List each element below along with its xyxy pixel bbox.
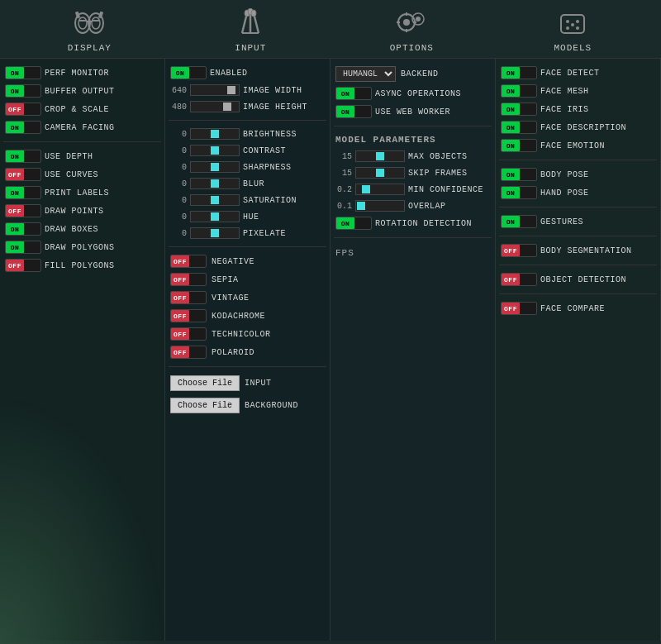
filter-technicolor[interactable]: OFF TECHNICOLOR	[169, 325, 326, 343]
toggle-face-detect[interactable]: ON FACE DETECT	[499, 64, 657, 82]
toggle-use-depth[interactable]: ON USE DEPTH	[3, 147, 161, 165]
toggle-camera-facing[interactable]: ON CAMERA FACING	[3, 118, 161, 136]
svg-point-23	[416, 17, 421, 21]
svg-point-29	[571, 23, 574, 26]
options-label: OPTIONS	[390, 43, 434, 53]
display-group-2: ON USE DEPTH OFF USE CURVES ON PRINT LAB…	[3, 147, 161, 274]
main-columns: ON PERF MONITOR ON BUFFER OUTPUT OFF CRO…	[0, 59, 661, 641]
toggle-perf-monitor[interactable]: ON PERF MONITOR	[3, 64, 161, 82]
models-divider4	[499, 265, 657, 265]
file-background-row[interactable]: Choose File BACKGROUND	[169, 394, 326, 417]
toggle-body-segmentation[interactable]: OFF BODY SEGMENTATION	[499, 241, 657, 260]
toggle-face-emotion[interactable]: ON FACE EMOTION	[499, 136, 657, 155]
toggle-draw-polygons[interactable]: ON DRAW POLYGONS	[3, 238, 161, 256]
options-divider1	[334, 126, 492, 126]
display-divider	[3, 141, 161, 142]
param-skip-frames[interactable]: 15 SKIP FRAMES	[334, 165, 492, 181]
param-overlap[interactable]: 0.1 OVERLAP	[334, 198, 492, 214]
backend-row[interactable]: HUMANGL WASM WEBGL BACKEND	[334, 64, 492, 84]
svg-point-25	[566, 20, 569, 23]
filter-vintage[interactable]: OFF VINTAGE	[169, 289, 326, 307]
svg-rect-4	[79, 20, 86, 21]
slider-brightness[interactable]: 0 BRIGHTNESS	[169, 126, 326, 142]
header-options: OPTIONS	[390, 7, 434, 53]
header-input: INPUT	[230, 7, 271, 53]
display-label: DISPLAY	[68, 43, 112, 53]
toggle-fill-polygons[interactable]: OFF FILL POLYGONS	[3, 256, 161, 274]
slider-hue[interactable]: 0 HUE	[169, 208, 326, 225]
slider-image-width[interactable]: 640 IMAGE WIDTH	[169, 82, 326, 98]
toggle-face-compare[interactable]: OFF FACE COMPARE	[499, 299, 657, 317]
input-column: ON ENABLED 640 IMAGE WIDTH 480 IMAGE HEI…	[165, 59, 330, 641]
input-divider3	[169, 366, 326, 367]
param-min-confidence[interactable]: 0.2 MIN CONFIDENCE	[334, 181, 492, 198]
svg-point-28	[576, 26, 579, 30]
toggle-web-worker[interactable]: ON USE WEB WORKER	[334, 103, 492, 121]
models-icon	[552, 7, 593, 40]
choose-file-input-button[interactable]: Choose File	[170, 375, 240, 391]
toggle-draw-boxes[interactable]: ON DRAW BOXES	[3, 220, 161, 238]
models-label: MODELS	[554, 43, 592, 53]
options-icon	[391, 7, 432, 40]
fps-label: FPS	[335, 248, 354, 258]
input-divider1	[169, 120, 326, 121]
fps-section: FPS	[334, 243, 492, 263]
input-label: INPUT	[235, 43, 266, 53]
toggle-use-curves[interactable]: OFF USE CURVES	[3, 165, 161, 184]
toggle-print-labels[interactable]: ON PRINT LABELS	[3, 184, 161, 202]
toggle-crop-scale[interactable]: OFF CROP & SCALE	[3, 100, 161, 118]
filter-polaroid[interactable]: OFF POLAROID	[169, 343, 326, 361]
models-divider3	[499, 236, 657, 236]
input-icon	[230, 7, 271, 40]
toggle-buffer-output[interactable]: ON BUFFER OUTPUT	[3, 82, 161, 100]
slider-image-height[interactable]: 480 IMAGE HEIGHT	[169, 98, 326, 115]
choose-file-background-button[interactable]: Choose File	[170, 398, 240, 413]
options-divider2	[334, 237, 492, 238]
toggle-face-description[interactable]: ON FACE DESCRIPTION	[499, 118, 657, 136]
slider-sharpness[interactable]: 0 SHARPNESS	[169, 159, 326, 175]
models-divider1	[499, 160, 657, 160]
models-divider2	[499, 207, 657, 208]
header: DISPLAY INPUT	[0, 0, 661, 59]
slider-blur[interactable]: 0 BLUR	[169, 175, 326, 192]
file-input-row[interactable]: Choose File INPUT	[169, 372, 326, 394]
toggle-enabled[interactable]: ON ENABLED	[169, 64, 326, 82]
toggle-face-iris[interactable]: ON FACE IRIS	[499, 100, 657, 118]
filter-kodachrome[interactable]: OFF KODACHROME	[169, 307, 326, 325]
slider-contrast[interactable]: 0 CONTRAST	[169, 142, 326, 159]
display-group-1: ON PERF MONITOR ON BUFFER OUTPUT OFF CRO…	[3, 64, 161, 136]
backend-dropdown[interactable]: HUMANGL WASM WEBGL	[335, 66, 396, 82]
svg-point-3	[92, 17, 100, 29]
model-params-title: MODEL PARAMETERS	[334, 131, 492, 148]
svg-point-15	[251, 10, 256, 17]
display-column: ON PERF MONITOR ON BUFFER OUTPUT OFF CRO…	[0, 59, 165, 641]
svg-point-26	[576, 20, 579, 23]
header-models: MODELS	[552, 7, 593, 53]
input-divider2	[169, 246, 326, 247]
param-max-objects[interactable]: 15 MAX OBJECTS	[334, 148, 492, 165]
toggle-body-pose[interactable]: ON BODY POSE	[499, 165, 657, 184]
toggle-rotation-detection[interactable]: ON ROTATION DETECTION	[334, 214, 492, 232]
header-display: DISPLAY	[68, 7, 112, 53]
display-icon	[69, 7, 110, 40]
toggle-gestures[interactable]: ON GESTURES	[499, 212, 657, 231]
slider-pixelate[interactable]: 0 PIXELATE	[169, 225, 326, 241]
slider-saturation[interactable]: 0 SATURATION	[169, 192, 326, 208]
svg-point-1	[78, 17, 87, 29]
toggle-async-ops[interactable]: ON ASYNC OPERATIONS	[334, 84, 492, 103]
filter-sepia[interactable]: OFF SEPIA	[169, 270, 326, 289]
svg-rect-5	[93, 20, 99, 21]
toggle-draw-points[interactable]: OFF DRAW POINTS	[3, 202, 161, 220]
toggle-object-detection[interactable]: OFF OBJECT DETECTION	[499, 270, 657, 289]
toggle-hand-pose[interactable]: ON HAND POSE	[499, 184, 657, 202]
models-divider5	[499, 293, 657, 294]
svg-point-17	[403, 19, 410, 26]
toggle-face-mesh[interactable]: ON FACE MESH	[499, 82, 657, 100]
filter-negative[interactable]: OFF NEGATIVE	[169, 252, 326, 270]
svg-point-27	[566, 26, 569, 30]
models-column: ON FACE DETECT ON FACE MESH ON FACE IRIS…	[496, 59, 661, 641]
options-column: HUMANGL WASM WEBGL BACKEND ON ASYNC OPER…	[330, 59, 496, 641]
